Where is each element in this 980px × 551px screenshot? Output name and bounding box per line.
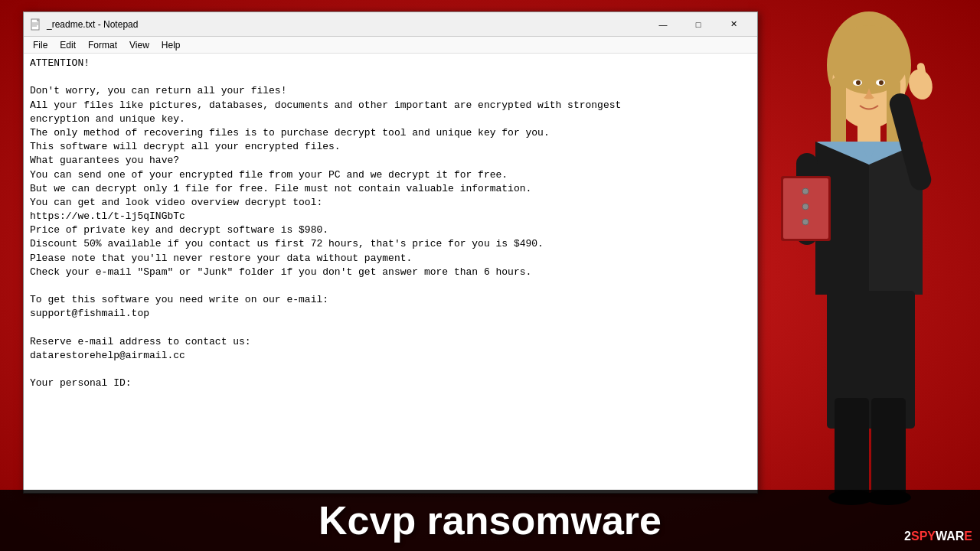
- maximize-button[interactable]: □: [681, 12, 716, 37]
- svg-point-27: [802, 204, 808, 210]
- title-bar: _readme.txt - Notepad — □ ✕: [24, 12, 757, 37]
- svg-point-26: [802, 188, 808, 194]
- menu-format[interactable]: Format: [82, 38, 123, 52]
- notepad-window: _readme.txt - Notepad — □ ✕ File Edit Fo…: [23, 11, 758, 494]
- ransomware-title: Kcvp ransomware: [318, 497, 662, 543]
- svg-rect-30: [835, 398, 869, 497]
- close-button[interactable]: ✕: [716, 12, 751, 37]
- menu-edit[interactable]: Edit: [54, 38, 82, 52]
- svg-marker-1: [37, 19, 39, 21]
- window-controls: — □ ✕: [645, 12, 751, 37]
- bottom-title-bar: Kcvp ransomware: [0, 490, 980, 551]
- minimize-button[interactable]: —: [645, 12, 681, 37]
- window-title: _readme.txt - Notepad: [47, 19, 645, 30]
- menu-bar: File Edit Format View Help: [24, 37, 757, 54]
- svg-point-28: [802, 219, 808, 225]
- logo-text: 2SPYWARE: [904, 530, 972, 543]
- menu-help[interactable]: Help: [155, 38, 187, 52]
- file-icon: [30, 18, 42, 31]
- svg-point-13: [879, 80, 884, 85]
- spyware-logo: 2SPYWARE: [904, 530, 972, 543]
- menu-view[interactable]: View: [123, 38, 155, 52]
- menu-file[interactable]: File: [27, 38, 54, 52]
- svg-point-12: [856, 80, 861, 85]
- person-figure: [750, 0, 980, 505]
- text-content[interactable]: ATTENTION! Don't worry, you can return a…: [24, 54, 757, 493]
- svg-rect-31: [871, 398, 906, 497]
